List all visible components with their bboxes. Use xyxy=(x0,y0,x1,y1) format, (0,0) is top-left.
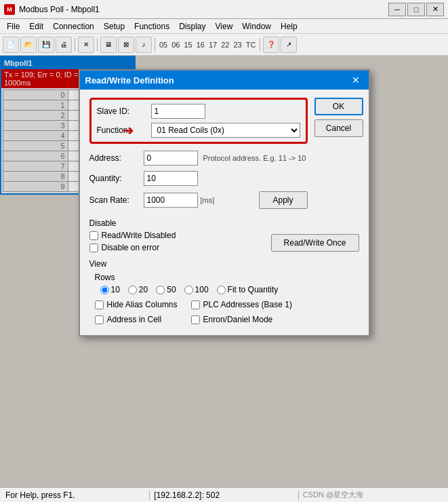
toolbar-label-23: 23 xyxy=(232,41,243,49)
plc-addresses-checkbox[interactable] xyxy=(191,301,200,309)
rows-radio-100[interactable]: 100 xyxy=(184,285,209,294)
radio-50-label: 50 xyxy=(167,285,176,294)
radio-50-input[interactable] xyxy=(156,286,165,294)
read-write-once-button[interactable]: Read/Write Once xyxy=(271,234,359,252)
address-in-cell-row: Address in Cell xyxy=(95,315,178,324)
scan-rate-input[interactable] xyxy=(144,193,198,208)
sep2 xyxy=(97,38,98,52)
conn-btn[interactable]: 🖥 xyxy=(100,37,117,53)
radio-100-input[interactable] xyxy=(184,286,193,294)
app-icon: M xyxy=(4,4,15,15)
hide-alias-checkbox[interactable] xyxy=(95,301,104,309)
quantity-input[interactable] xyxy=(144,171,198,186)
view-section-label: View xyxy=(89,259,359,269)
quantity-label: Quantity: xyxy=(89,174,144,183)
toolbar-label-tc: TC xyxy=(245,41,258,49)
help-text: For Help, press F1. xyxy=(5,490,145,500)
view-checkboxes: Hide Alias Columns Address in Cell xyxy=(95,300,359,327)
sep3 xyxy=(155,38,155,52)
toolbar: 📄 📂 💾 🖨 ✕ 🖥 ⊠ ♪ 05 06 15 16 17 22 23 TC … xyxy=(0,34,448,56)
ok-button[interactable]: OK xyxy=(314,98,363,115)
rows-radio-10[interactable]: 10 xyxy=(100,285,120,294)
radio-20-input[interactable] xyxy=(128,286,137,294)
dialog-title-text: Read/Write Definition xyxy=(85,75,174,85)
rows-radio-fit[interactable]: Fit to Quantity xyxy=(217,285,279,294)
maximize-button[interactable]: □ xyxy=(407,3,425,16)
status-bar: For Help, press F1. [192.168.2.2]: 502 C… xyxy=(0,487,448,502)
note-btn[interactable]: ♪ xyxy=(136,37,152,53)
rows-radio-20[interactable]: 20 xyxy=(128,285,148,294)
read-write-disabled-checkbox[interactable] xyxy=(89,231,98,240)
dialog-overlay: Read/Write Definition ✕ Slave ID: xyxy=(0,56,448,487)
save-btn[interactable]: 💾 xyxy=(38,37,54,53)
help-btn[interactable]: ❓ xyxy=(263,37,279,53)
menu-help[interactable]: Help xyxy=(277,20,302,33)
radio-fit-label: Fit to Quantity xyxy=(228,285,279,294)
address-row: Address: Protocol address. E.g. 11 -> 10 xyxy=(89,151,308,166)
read-write-dialog: Read/Write Definition ✕ Slave ID: xyxy=(79,69,370,336)
checkbox-col-left: Hide Alias Columns Address in Cell xyxy=(95,300,178,327)
about-btn[interactable]: ↗ xyxy=(281,37,297,53)
menu-setup[interactable]: Setup xyxy=(100,20,129,33)
view-section: View Rows 10 20 xyxy=(89,259,359,327)
function-select[interactable]: 01 Read Coils (0x) 02 Read Discrete Inpu… xyxy=(151,123,300,138)
dialog-body: Slave ID: Function: ➜ 01 Read xyxy=(80,90,369,335)
enron-daniel-row: Enron/Daniel Mode xyxy=(191,315,292,324)
rows-label: Rows xyxy=(95,273,359,282)
minimize-button[interactable]: ─ xyxy=(388,3,406,16)
radio-fit-input[interactable] xyxy=(217,286,226,294)
open-btn[interactable]: 📂 xyxy=(20,37,37,53)
rows-radio-50[interactable]: 50 xyxy=(156,285,176,294)
function-row: Function: ➜ 01 Read Coils (0x) 02 Read D… xyxy=(97,123,300,138)
menu-edit[interactable]: Edit xyxy=(25,20,47,33)
hide-alias-row: Hide Alias Columns xyxy=(95,300,178,309)
radio-100-label: 100 xyxy=(195,285,209,294)
address-input[interactable] xyxy=(144,151,198,166)
disable-section-label: Disable xyxy=(89,218,359,228)
watermark-text: CSDN @星空大海 xyxy=(303,490,443,500)
ok-cancel-column: OK Cancel xyxy=(308,98,363,214)
address-in-cell-checkbox[interactable] xyxy=(95,315,104,324)
toolbar-label-17: 17 xyxy=(207,41,218,49)
address-in-cell-label: Address in Cell xyxy=(107,315,162,324)
checkbox-col-right: PLC Addresses (Base 1) Enron/Daniel Mode xyxy=(191,300,292,327)
stop-btn[interactable]: ✕ xyxy=(78,37,94,53)
main-area: Mbpoll1 Tx = 109; Err = 0; ID = 1; F = 0… xyxy=(0,56,448,487)
function-label: Function: xyxy=(97,125,151,135)
menu-file[interactable]: File xyxy=(3,20,24,33)
toolbar-label-22: 22 xyxy=(220,41,230,49)
address-text: [192.168.2.2]: 502 xyxy=(154,490,293,500)
slave-id-row: Slave ID: xyxy=(97,104,300,119)
apply-button[interactable]: Apply xyxy=(259,191,308,209)
menu-view[interactable]: View xyxy=(211,20,237,33)
new-btn[interactable]: 📄 xyxy=(3,37,19,53)
menu-connection[interactable]: Connection xyxy=(49,20,98,33)
scan-rate-unit: [ms] xyxy=(201,196,215,204)
disable-label-2: Disable on error xyxy=(102,243,159,252)
status-sep xyxy=(149,490,150,500)
slave-id-input[interactable] xyxy=(151,104,205,119)
disable-section: Disable Read/Write Disabled Disable on e… xyxy=(89,218,359,255)
menu-display[interactable]: Display xyxy=(175,20,209,33)
dialog-title-bar: Read/Write Definition ✕ xyxy=(80,71,369,90)
rows-radio-group: 10 20 50 10 xyxy=(100,285,359,294)
title-bar: M Modbus Poll - Mbpoll1 ─ □ ✕ xyxy=(0,0,448,19)
radio-10-input[interactable] xyxy=(100,286,109,294)
window-title: Modbus Poll - Mbpoll1 xyxy=(19,5,388,14)
menu-functions[interactable]: Functions xyxy=(130,20,174,33)
menu-window[interactable]: Window xyxy=(238,20,275,33)
disable-label-1: Read/Write Disabled xyxy=(102,231,176,240)
toolbar-label-16: 16 xyxy=(195,41,206,49)
quantity-row: Quantity: xyxy=(89,171,308,186)
disable-on-error-checkbox[interactable] xyxy=(89,244,98,252)
dialog-close-button[interactable]: ✕ xyxy=(348,73,363,87)
plc-addresses-label: PLC Addresses (Base 1) xyxy=(203,300,292,309)
print-btn[interactable]: 🖨 xyxy=(56,37,72,53)
highlight-box: Slave ID: Function: ➜ 01 Read xyxy=(89,98,308,144)
close-button[interactable]: ✕ xyxy=(426,3,444,16)
radio-10-label: 10 xyxy=(111,285,120,294)
cancel-button[interactable]: Cancel xyxy=(314,119,363,137)
hide-alias-label: Hide Alias Columns xyxy=(107,300,178,309)
disc-btn[interactable]: ⊠ xyxy=(118,37,134,53)
enron-daniel-checkbox[interactable] xyxy=(191,315,200,324)
